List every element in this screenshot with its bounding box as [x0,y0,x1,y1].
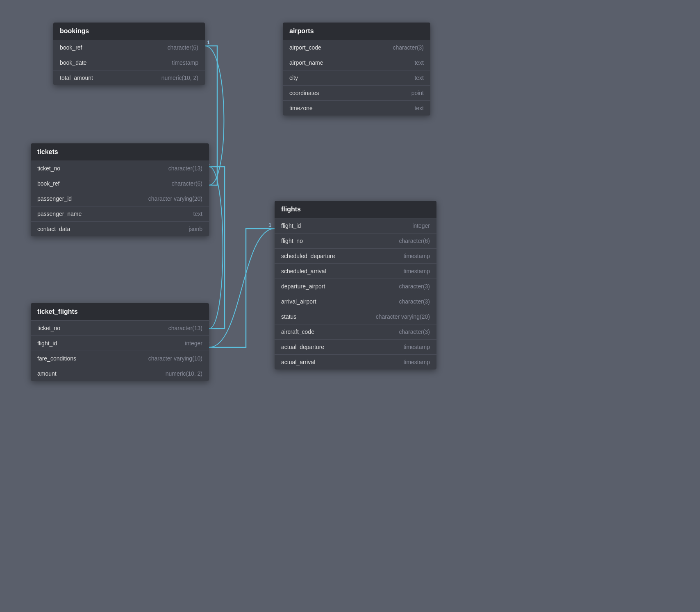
airports-header: airports [283,23,430,40]
table-row: airport_code character(3) [283,40,430,55]
ticket-flights-table: ticket_flights ticket_no character(13) f… [31,303,209,381]
table-row: departure_airport character(3) [275,279,436,294]
tickets-header: tickets [31,143,209,161]
table-row: flight_id integer [275,218,436,233]
ticket-flights-body: ticket_no character(13) flight_id intege… [31,320,209,381]
flights-table: flights flight_id integer flight_no char… [275,201,436,369]
table-row: book_ref character(6) [53,40,205,55]
table-row: city text [283,70,430,85]
table-row: scheduled_departure timestamp [275,248,436,263]
table-row: ticket_no character(13) [31,320,209,335]
table-row: status character varying(20) [275,309,436,324]
bookings-header: bookings [53,23,205,40]
svg-text:1: 1 [268,222,271,228]
table-row: aircraft_code character(3) [275,324,436,339]
table-row: timezone text [283,100,430,116]
table-row: total_amount numeric(10, 2) [53,70,205,85]
table-row: airport_name text [283,55,430,70]
table-row: fare_conditions character varying(10) [31,351,209,366]
airports-table: airports airport_code character(3) airpo… [283,23,430,116]
table-row: book_date timestamp [53,55,205,70]
table-row: passenger_name text [31,206,209,221]
flights-header: flights [275,201,436,218]
bookings-table: bookings book_ref character(6) book_date… [53,23,205,85]
airports-body: airport_code character(3) airport_name t… [283,40,430,116]
table-row: scheduled_arrival timestamp [275,263,436,279]
bookings-body: book_ref character(6) book_date timestam… [53,40,205,85]
table-row: coordinates point [283,85,430,100]
table-row: actual_departure timestamp [275,339,436,354]
table-row: contact_data jsonb [31,221,209,236]
ticket-flights-header: ticket_flights [31,303,209,320]
table-row: arrival_airport character(3) [275,294,436,309]
table-row: amount numeric(10, 2) [31,366,209,381]
tickets-table: tickets ticket_no character(13) book_ref… [31,143,209,236]
table-row: actual_arrival timestamp [275,354,436,369]
table-row: flight_id integer [31,335,209,351]
table-row: book_ref character(6) [31,176,209,191]
table-row: flight_no character(6) [275,233,436,248]
table-row: passenger_id character varying(20) [31,191,209,206]
flights-body: flight_id integer flight_no character(6)… [275,218,436,369]
svg-text:1: 1 [207,39,210,45]
tickets-body: ticket_no character(13) book_ref charact… [31,161,209,236]
table-row: ticket_no character(13) [31,161,209,176]
